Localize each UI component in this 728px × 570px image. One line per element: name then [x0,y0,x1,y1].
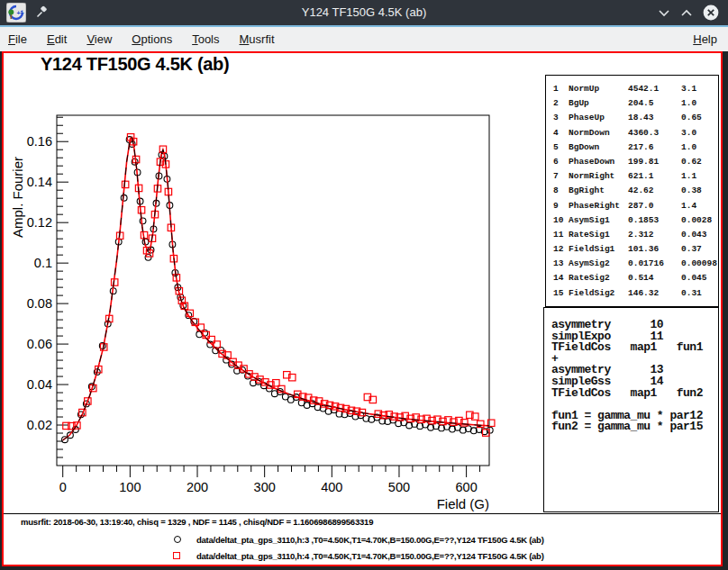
param-num: 9 [553,199,569,213]
close-icon[interactable] [703,5,719,21]
chevron-up-icon[interactable] [678,5,695,21]
legend-entry-h3: data/deltat_pta_gps_3110,h:3 ,T0=4.50K,T… [196,535,544,545]
param-row: 2BgUp204.51.0 [546,96,718,111]
parameter-table: 1NormUp4542.13.12BgUp204.51.03PhaseUp18.… [545,75,719,307]
param-name: RateSig1 [569,228,628,242]
legend-entry-h4: data/deltat_pta_gps_3110,h:4 ,T0=4.50K,T… [196,551,544,561]
param-err: 1.1 [681,169,718,184]
menubar: FileEditViewOptionsToolsMusrfit Help [0,27,728,51]
param-err: 1.4 [681,199,718,213]
param-val: 621.1 [628,169,681,184]
menu-options[interactable]: Options [122,27,182,51]
param-err: 0.62 [681,155,718,169]
param-name: PhaseUp [569,111,628,125]
param-err: 0.043 [681,228,718,242]
param-val: 4360.3 [628,126,681,140]
x-tick-label: 300 [254,480,276,494]
theory-line: TFieldCos map1 fun1 [551,342,718,354]
param-row: 4NormDown4360.33.0 [546,126,718,140]
menu-musrfit[interactable]: Musrfit [230,27,285,51]
chevron-down-icon[interactable] [656,5,672,21]
param-num: 6 [553,155,569,169]
param-val: 101.36 [628,242,681,257]
root-canvas[interactable]: 0100200300400500600Field (G)0.020.040.06… [2,51,723,566]
menu-view[interactable]: View [77,27,122,51]
param-row: 9PhaseRight287.01.4 [546,199,718,213]
param-row: 3PhaseUp18.430.65 [546,111,718,125]
param-row: 5BgDown217.61.0 [546,140,718,155]
x-axis-title: Field (G) [437,496,489,511]
param-name: AsymSig2 [569,257,628,271]
param-num: 2 [553,96,569,111]
y-tick-label: 0.02 [27,418,52,432]
param-val: 0.01716 [628,257,681,271]
info-pad: musrfit: 2018-06-30, 13:19:40, chisq = 1… [4,513,721,565]
param-num: 13 [553,257,569,271]
menu-file[interactable]: File [0,27,37,51]
theory-line: fun2 = gamma_mu * par15 [551,421,718,433]
window-title: Y124 TF150G 4.5K (ab) [0,0,728,25]
param-row: 6PhaseDown199.810.62 [546,155,718,169]
y-tick-label: 0.16 [27,134,52,149]
y-tick-label: 0.14 [27,175,52,189]
plot-title: Y124 TF150G 4.5K (ab) [41,54,229,75]
param-num: 3 [553,111,569,125]
x-tick-label: 100 [119,480,141,494]
param-num: 12 [553,242,569,257]
theory-line: TFieldCos map1 fun2 [551,388,718,400]
param-name: PhaseDown [569,155,628,169]
menu-tools[interactable]: Tools [182,27,229,51]
y-axis: 0.020.040.060.080.10.120.140.16Ampl. Fou… [10,117,68,457]
param-val: 18.43 [628,111,681,125]
y-tick-label: 0.1 [34,256,52,270]
y-tick-label: 0.12 [27,215,52,230]
x-tick-label: 0 [59,480,67,494]
x-tick-label: 600 [456,480,478,494]
param-err: 0.00098 [681,257,718,271]
param-row: 7NormRight621.11.1 [546,169,718,184]
menu-help[interactable]: Help [689,27,721,51]
fit-curve-red [63,138,489,440]
param-err: 0.045 [681,271,718,285]
param-num: 11 [553,228,569,242]
param-name: AsymSig1 [569,213,628,228]
param-row: 8BgRight42.620.38 [546,184,718,198]
param-name: NormUp [569,82,628,96]
param-val: 4542.1 [628,82,681,96]
theory-box: asymmetry 10simplExpo 11TFieldCos map1 f… [543,307,719,512]
param-err: 0.38 [681,184,718,198]
param-name: NormRight [569,169,628,184]
param-row: 13AsymSig20.017160.00098 [546,257,718,271]
param-name: PhaseRight [569,199,628,213]
plot-frame [57,115,489,466]
param-name: RateSig2 [569,271,628,285]
param-num: 4 [553,126,569,140]
param-val: 146.32 [628,286,681,301]
param-val: 287.0 [628,199,681,213]
series-squares-markers [63,134,495,437]
y-axis-title: Ampl. Fourier [10,157,25,238]
legend-open-circle-marker [174,536,181,543]
y-tick-label: 0.08 [27,296,52,311]
param-val: 42.62 [628,184,681,198]
param-name: BgDown [569,140,628,155]
param-err: 0.31 [681,286,718,301]
param-name: FieldSig2 [569,286,628,301]
param-err: 0.37 [681,242,718,257]
legend-open-square-marker [173,552,180,559]
fit-status-line: musrfit: 2018-06-30, 13:19:40, chisq = 1… [21,517,373,527]
param-err: 3.0 [681,126,718,140]
param-val: 204.5 [628,96,681,111]
param-row: 15FieldSig2146.320.31 [546,286,718,301]
param-num: 5 [553,140,569,155]
plot-svg: 0100200300400500600Field (G)0.020.040.06… [4,53,542,513]
param-name: NormDown [569,126,628,140]
x-tick-label: 200 [187,480,208,494]
param-val: 0.514 [628,271,681,285]
y-tick-label: 0.04 [27,377,52,392]
menu-edit[interactable]: Edit [37,27,77,51]
application-window: ++ Y124 TF150G 4.5K (ab) FileEditViewOpt… [0,0,728,570]
param-err: 1.0 [681,140,718,155]
param-num: 8 [553,184,569,198]
param-num: 1 [553,82,569,96]
